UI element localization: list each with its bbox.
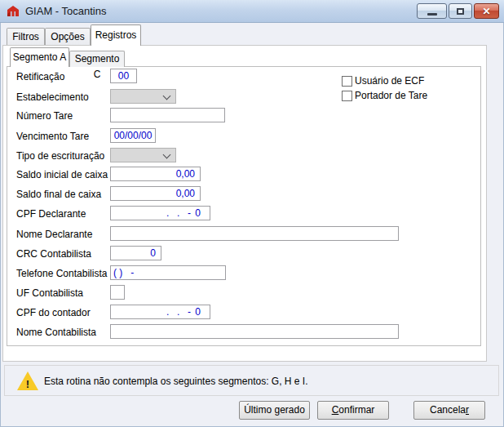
- app-icon: [7, 5, 20, 18]
- warning-text: Esta rotina não contempla os seguintes s…: [44, 366, 308, 397]
- tab-opcoes[interactable]: Opções: [45, 28, 91, 46]
- portador-tare-label: Portador de Tare: [355, 90, 427, 101]
- close-icon: ✕: [482, 6, 490, 17]
- usuario-ecf-label: Usuário de ECF: [355, 75, 424, 87]
- subtab-segmento-c[interactable]: Segmento C: [69, 51, 125, 67]
- restore-button[interactable]: [449, 3, 472, 19]
- saldo-inicial-input[interactable]: [110, 167, 201, 181]
- cancelar-button[interactable]: Cancelar: [413, 401, 485, 420]
- telefone-contabilista-input[interactable]: [110, 265, 226, 280]
- dialog-window: GIAM - Tocantins ✕ Filtros Opções Regist…: [0, 0, 504, 427]
- portador-tare-checkbox[interactable]: [342, 91, 352, 101]
- cpf-contador-label: CPF do contador: [16, 305, 91, 320]
- crc-contabilista-input[interactable]: [110, 246, 161, 260]
- cpf-contador-input[interactable]: [110, 305, 210, 319]
- estabelecimento-label: Estabelecimento: [16, 90, 89, 105]
- button-text: erado: [280, 404, 305, 416]
- restore-icon: [457, 8, 464, 15]
- confirmar-button[interactable]: Confirmar: [317, 401, 389, 420]
- ultimo-gerado-button[interactable]: Último gerado: [239, 401, 310, 420]
- usuario-ecf-checkbox[interactable]: [342, 76, 352, 87]
- vencimento-tare-label: Vencimento Tare: [16, 129, 89, 144]
- nome-contabilista-input[interactable]: [110, 324, 399, 339]
- warning-panel: ! Esta rotina não contempla os seguintes…: [4, 365, 499, 396]
- button-text: onfirmar: [338, 404, 374, 416]
- button-text: Cancela: [430, 404, 466, 416]
- chevron-down-icon: [163, 152, 170, 158]
- window-title: GIAM - Tocantins: [25, 0, 106, 23]
- saldo-final-input[interactable]: [110, 186, 201, 201]
- warning-exclamation: !: [26, 378, 29, 390]
- minimize-button[interactable]: [417, 3, 447, 19]
- button-accel: r: [466, 404, 469, 416]
- tab-filtros[interactable]: Filtros: [7, 28, 45, 46]
- usuario-ecf-checkbox-row: Usuário de ECF: [342, 75, 424, 87]
- retificacao-label: Retificação: [16, 69, 64, 84]
- close-button[interactable]: ✕: [474, 3, 499, 19]
- cpf-declarante-input[interactable]: [110, 206, 210, 220]
- tipo-escrituracao-combobox[interactable]: [110, 148, 176, 162]
- uf-contabilista-input[interactable]: [110, 285, 125, 300]
- button-text: Último: [244, 404, 274, 416]
- nome-contabilista-label: Nome Contabilista: [16, 325, 96, 340]
- estabelecimento-combobox[interactable]: [110, 89, 176, 104]
- saldo-inicial-label: Saldo inicial de caixa: [16, 167, 108, 182]
- retificacao-input[interactable]: [110, 69, 137, 83]
- warning-icon: !: [17, 371, 38, 390]
- portador-tare-checkbox-row: Portador de Tare: [342, 90, 427, 101]
- vencimento-tare-input[interactable]: [110, 128, 156, 143]
- tipo-escrituracao-label: Tipo de escrituração: [16, 149, 104, 163]
- numero-tare-label: Número Tare: [16, 109, 73, 123]
- nome-declarante-label: Nome Declarante: [16, 227, 92, 242]
- chevron-down-icon: [163, 93, 170, 100]
- tab-registros[interactable]: Registros: [91, 24, 141, 46]
- saldo-final-label: Saldo final de caixa: [16, 187, 101, 202]
- uf-contabilista-label: UF Contabilista: [16, 286, 83, 300]
- window-controls: ✕: [417, 3, 499, 19]
- crc-contabilista-label: CRC Contabilista: [16, 247, 91, 261]
- numero-tare-input[interactable]: [110, 108, 225, 122]
- subtab-segmento-a[interactable]: Segmento A: [10, 47, 69, 67]
- telefone-contabilista-label: Telefone Contabilista: [16, 266, 107, 281]
- minimize-icon: [427, 13, 437, 16]
- titlebar: GIAM - Tocantins ✕: [0, 0, 504, 23]
- cpf-declarante-label: CPF Declarante: [16, 207, 86, 221]
- nome-declarante-input[interactable]: [110, 226, 399, 241]
